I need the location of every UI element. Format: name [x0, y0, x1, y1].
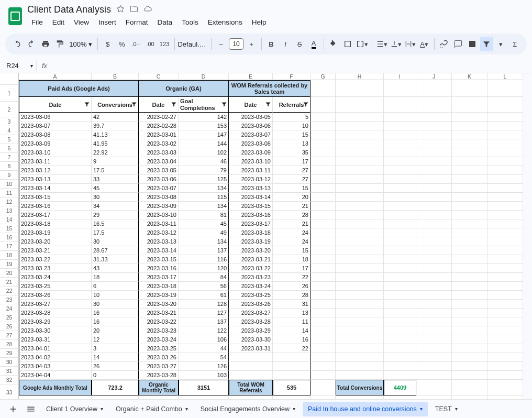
row-header[interactable]: 10 — [0, 180, 19, 189]
cell[interactable] — [416, 335, 452, 344]
cell[interactable] — [416, 139, 452, 148]
cell[interactable] — [311, 148, 336, 157]
cell[interactable] — [452, 362, 487, 371]
cell[interactable] — [311, 113, 336, 122]
cell[interactable] — [311, 202, 336, 211]
cell[interactable]: 16 — [92, 317, 139, 326]
cell[interactable]: 13 — [273, 309, 311, 317]
cell[interactable]: 5 — [273, 113, 311, 122]
cell[interactable] — [452, 80, 487, 97]
cell[interactable] — [416, 353, 452, 362]
cell[interactable] — [487, 211, 523, 219]
cell[interactable] — [416, 184, 452, 193]
cell[interactable] — [487, 175, 523, 184]
row-header[interactable]: 14 — [0, 215, 19, 224]
cell[interactable] — [416, 202, 452, 211]
cell[interactable] — [416, 300, 452, 309]
cell[interactable]: 16 — [92, 309, 139, 317]
cell[interactable]: 2023-04-02 — [19, 353, 92, 362]
cell[interactable] — [336, 353, 384, 362]
row-header[interactable]: 1 — [0, 85, 19, 102]
cell[interactable] — [336, 344, 384, 353]
col-header-date-wom[interactable]: Date — [229, 97, 273, 113]
cell[interactable] — [452, 157, 487, 166]
cell[interactable]: 2023-03-12 — [229, 175, 273, 184]
cell[interactable]: 122 — [179, 326, 229, 335]
cell[interactable] — [311, 166, 336, 175]
cell[interactable] — [311, 228, 336, 237]
cell[interactable] — [311, 139, 336, 148]
cell[interactable] — [452, 371, 487, 380]
cell[interactable]: 2023-03-11 — [229, 166, 273, 175]
total-wom[interactable]: 535 — [273, 380, 311, 395]
cell[interactable]: 26 — [273, 282, 311, 291]
currency-icon[interactable]: $ — [101, 37, 114, 51]
cell[interactable]: 2023-03-26 — [19, 291, 92, 300]
total-google[interactable]: 723.2 — [92, 380, 139, 395]
percent-icon[interactable]: % — [115, 37, 128, 51]
cell[interactable] — [416, 219, 452, 228]
cell[interactable]: 28.67 — [92, 246, 139, 255]
cell[interactable]: 2023-03-11 — [139, 219, 179, 228]
cell[interactable] — [336, 97, 384, 113]
cell[interactable]: 144 — [179, 139, 229, 148]
cell[interactable]: 2023-03-17 — [139, 273, 179, 282]
cell[interactable] — [311, 122, 336, 130]
cell[interactable]: 2023-03-10 — [229, 157, 273, 166]
cell[interactable] — [336, 291, 384, 300]
cell[interactable]: 2023-03-14 — [139, 246, 179, 255]
cell[interactable] — [452, 202, 487, 211]
row-header[interactable]: 22 — [0, 287, 19, 295]
cell[interactable] — [487, 219, 523, 228]
cell[interactable] — [487, 264, 523, 273]
cell[interactable] — [416, 255, 452, 264]
row-header[interactable]: 5 — [0, 135, 19, 144]
cell[interactable]: 2023-03-05 — [229, 113, 273, 122]
col-header[interactable]: H — [336, 73, 384, 80]
sheet-tab[interactable]: Social Engagements Overview▾ — [195, 402, 301, 416]
cell[interactable] — [487, 166, 523, 175]
cell[interactable] — [311, 157, 336, 166]
document-title[interactable]: Client Data Analysis — [27, 4, 111, 15]
cell[interactable]: 2023-03-26 — [229, 300, 273, 309]
cell[interactable] — [487, 122, 523, 130]
cell[interactable] — [452, 326, 487, 335]
cell[interactable] — [384, 371, 416, 380]
cell[interactable]: 142 — [179, 113, 229, 122]
cell[interactable] — [384, 122, 416, 130]
cell[interactable] — [452, 282, 487, 291]
cell[interactable]: 2023-03-29 — [19, 317, 92, 326]
cell[interactable] — [384, 282, 416, 291]
row-header[interactable]: 17 — [0, 242, 19, 251]
text-rotation-icon[interactable]: A▾ — [418, 37, 431, 51]
cell[interactable] — [487, 202, 523, 211]
cell[interactable] — [384, 130, 416, 139]
row-header[interactable]: 16 — [0, 233, 19, 242]
cell[interactable]: 2023-03-07 — [139, 184, 179, 193]
filter-icon[interactable] — [480, 37, 493, 51]
row-header[interactable]: 27 — [0, 331, 19, 340]
cell[interactable]: 31.33 — [92, 255, 139, 264]
cell[interactable]: 46 — [179, 157, 229, 166]
select-all-cell[interactable] — [0, 73, 19, 85]
sheet-tab[interactable]: TEST▾ — [430, 402, 463, 416]
cell[interactable] — [452, 291, 487, 300]
cell[interactable]: 134 — [179, 184, 229, 193]
row-header[interactable]: 25 — [0, 313, 19, 322]
font-size-decrease[interactable]: − — [215, 37, 228, 51]
cell[interactable] — [416, 246, 452, 255]
cell[interactable]: 21 — [273, 219, 311, 228]
cell[interactable]: 153 — [179, 122, 229, 130]
cell[interactable]: 2023-03-03 — [139, 148, 179, 157]
cell[interactable] — [311, 335, 336, 344]
total-label-wom[interactable]: Total WOM Referrals — [229, 380, 273, 395]
cell[interactable]: 2023-03-21 — [229, 255, 273, 264]
cell[interactable] — [384, 326, 416, 335]
menu-format[interactable]: Format — [121, 16, 152, 28]
cell[interactable] — [336, 122, 384, 130]
merge-cells-icon[interactable]: ▾ — [356, 37, 369, 51]
cell[interactable]: 2023-03-12 — [139, 228, 179, 237]
cell[interactable]: 15 — [273, 130, 311, 139]
col-header-date-organic[interactable]: Date — [139, 97, 179, 113]
cell[interactable] — [452, 166, 487, 175]
